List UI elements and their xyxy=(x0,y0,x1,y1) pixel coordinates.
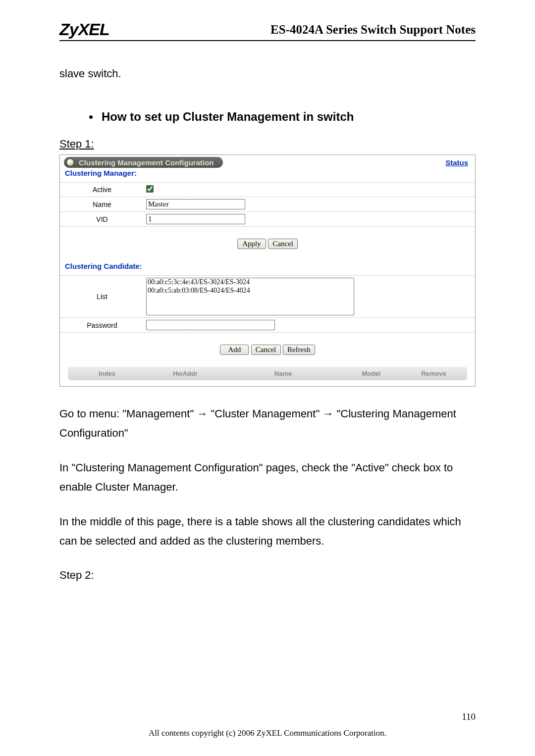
row-vid: VID xyxy=(60,212,475,227)
manager-button-row: Apply Cancel xyxy=(60,227,475,261)
intro-text: slave switch. xyxy=(59,65,476,82)
label-active: Active xyxy=(60,183,144,197)
col-name: Name xyxy=(228,370,338,377)
heading-text: How to set up Cluster Management in swit… xyxy=(102,110,354,123)
panel-header: Clustering Management Configuration Stat… xyxy=(60,155,475,168)
section-heading: How to set up Cluster Management in swit… xyxy=(89,110,476,124)
tab-title: Clustering Management Configuration xyxy=(79,158,214,167)
candidate-form: List 00:a0:c5:3c:4e:43/ES-3024/ES-3024 0… xyxy=(60,275,475,333)
col-model: Model xyxy=(338,370,404,377)
status-link[interactable]: Status xyxy=(445,158,470,167)
cancel-button[interactable]: Cancel xyxy=(268,239,298,249)
vid-input[interactable] xyxy=(146,214,245,224)
step-1-label: Step 1: xyxy=(59,138,476,151)
col-remove: Remove xyxy=(404,370,463,377)
row-active: Active xyxy=(60,183,475,197)
col-hwaddr: HwAddr xyxy=(142,370,228,377)
label-vid: VID xyxy=(60,212,144,227)
cancel-button-2[interactable]: Cancel xyxy=(251,345,281,355)
password-input[interactable] xyxy=(146,320,275,330)
config-panel: Clustering Management Configuration Stat… xyxy=(59,154,476,387)
arrow-icon: → xyxy=(322,407,333,420)
label-name: Name xyxy=(60,197,144,212)
paragraph-1: Go to menu: "Management" → "Cluster Mana… xyxy=(59,404,476,443)
label-list: List xyxy=(60,276,144,318)
list-item[interactable]: 00:a0:c5:3c:4e:43/ES-3024/ES-3024 xyxy=(147,278,354,287)
row-password: Password xyxy=(60,318,475,333)
arrow-icon: → xyxy=(197,407,208,420)
apply-button[interactable]: Apply xyxy=(237,239,266,249)
clustering-candidate-heading: Clustering Candidate: xyxy=(60,261,475,275)
name-input[interactable] xyxy=(146,199,245,209)
footer-copyright: All contents copyright (c) 2006 ZyXEL Co… xyxy=(59,728,476,738)
clustering-manager-heading: Clustering Manager: xyxy=(60,168,475,182)
candidate-list[interactable]: 00:a0:c5:3c:4e:43/ES-3024/ES-3024 00:a0:… xyxy=(146,278,354,315)
manager-form: Active Name VID xyxy=(60,182,475,227)
paragraph-2: In "Clustering Management Configuration"… xyxy=(59,458,476,497)
page-number: 110 xyxy=(462,711,476,722)
page-header: ZyXEL ES-4024A Series Switch Support Not… xyxy=(59,20,476,41)
row-list: List 00:a0:c5:3c:4e:43/ES-3024/ES-3024 0… xyxy=(60,276,475,318)
col-index: Index xyxy=(72,370,142,377)
paragraph-3: In the middle of this page, there is a t… xyxy=(59,512,476,551)
refresh-button[interactable]: Refresh xyxy=(283,345,315,355)
list-item[interactable]: 00:a0:c5:ab:03:08/ES-4024/ES-4024 xyxy=(147,287,354,295)
document-title: ES-4024A Series Switch Support Notes xyxy=(270,23,476,37)
members-table-header: Index HwAddr Name Model Remove xyxy=(68,367,467,380)
add-button[interactable]: Add xyxy=(220,345,249,355)
logo: ZyXEL xyxy=(59,20,109,39)
label-password: Password xyxy=(60,318,144,333)
row-name: Name xyxy=(60,197,475,212)
active-checkbox[interactable] xyxy=(146,185,154,193)
tab-pill: Clustering Management Configuration xyxy=(64,157,223,168)
bullet-icon xyxy=(89,115,93,119)
candidate-button-row: Add Cancel Refresh xyxy=(60,333,475,367)
step-2-label: Step 2: xyxy=(59,566,476,584)
